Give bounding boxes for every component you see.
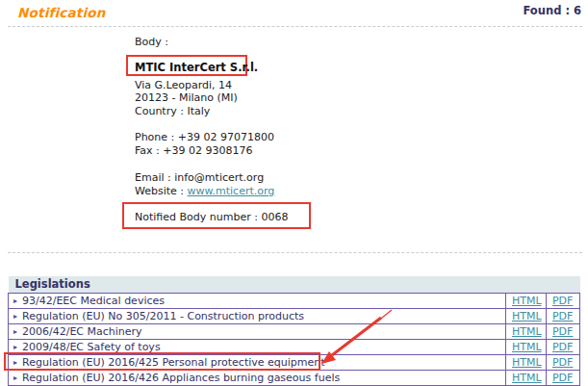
table-row: ▸93/42/EEC Medical devices HTML PDF (9, 293, 580, 308)
body-label: Body : (135, 36, 168, 48)
website-line: Website : www.mticert.org (135, 185, 274, 197)
page-title: Notification (17, 5, 106, 20)
pdf-link[interactable]: PDF (552, 372, 573, 384)
pdf-link[interactable]: PDF (552, 295, 573, 307)
bullet-icon: ▸ (13, 296, 17, 305)
bullet-icon: ▸ (13, 312, 17, 321)
legislations-header: Legislations (9, 276, 580, 293)
pdf-link[interactable]: PDF (552, 310, 573, 322)
table-row: ▸Regulation (EU) 2016/426 Appliances bur… (9, 370, 580, 385)
address-line-2: 20123 - Milano (MI) (135, 91, 238, 104)
found-count: Found : 6 (523, 4, 581, 17)
fax-line: Fax : +39 02 9308176 (135, 144, 252, 157)
legislation-label: Regulation (EU) 2016/425 Personal protec… (22, 356, 325, 369)
legislation-label: 2006/42/EC Machinery (22, 325, 142, 338)
bullet-icon: ▸ (13, 343, 17, 351)
legislation-label: 93/42/EEC Medical devices (22, 295, 165, 307)
html-link[interactable]: HTML (512, 295, 542, 307)
html-link[interactable]: HTML (512, 372, 542, 384)
website-label: Website : (135, 185, 184, 197)
table-row-highlighted: ▸Regulation (EU) 2016/425 Personal prote… (9, 354, 580, 370)
legislation-label: 2009/48/EC Safety of toys (22, 341, 161, 353)
country-line: Country : Italy (135, 105, 210, 117)
top-divider (8, 26, 582, 27)
legislations-header-row: Legislations (9, 276, 580, 293)
website-link[interactable]: www.mticert.org (188, 185, 275, 197)
legislations-table: Legislations ▸93/42/EEC Medical devices … (8, 276, 580, 386)
phone-line: Phone : +39 02 97071800 (135, 131, 274, 143)
notification-page: Notification Found : 6 Body : MTIC Inter… (0, 0, 588, 386)
table-row: ▸2006/42/EC Machinery HTML PDF (9, 323, 580, 339)
bullet-icon: ▸ (13, 373, 17, 382)
html-link[interactable]: HTML (512, 310, 542, 322)
pdf-link[interactable]: PDF (552, 325, 573, 338)
notified-body-number: Notified Body number : 0068 (135, 211, 288, 223)
pdf-link[interactable]: PDF (552, 341, 573, 353)
address-line-1: Via G.Leopardi, 14 (135, 79, 232, 91)
html-link[interactable]: HTML (512, 356, 542, 369)
html-link[interactable]: HTML (512, 325, 542, 338)
middle-divider (8, 252, 582, 253)
table-row: ▸2009/48/EC Safety of toys HTML PDF (9, 339, 580, 354)
pdf-link[interactable]: PDF (552, 356, 573, 369)
bullet-icon: ▸ (13, 327, 17, 336)
table-row: ▸Regulation (EU) No 305/2011 - Construct… (9, 308, 580, 323)
body-name: MTIC InterCert S.r.l. (135, 61, 258, 74)
bullet-icon: ▸ (13, 358, 17, 367)
legislation-label: Regulation (EU) 2016/426 Appliances burn… (22, 372, 340, 384)
email-line: Email : info@mticert.org (135, 171, 264, 184)
html-link[interactable]: HTML (512, 341, 542, 353)
legislation-label: Regulation (EU) No 305/2011 - Constructi… (22, 310, 304, 322)
